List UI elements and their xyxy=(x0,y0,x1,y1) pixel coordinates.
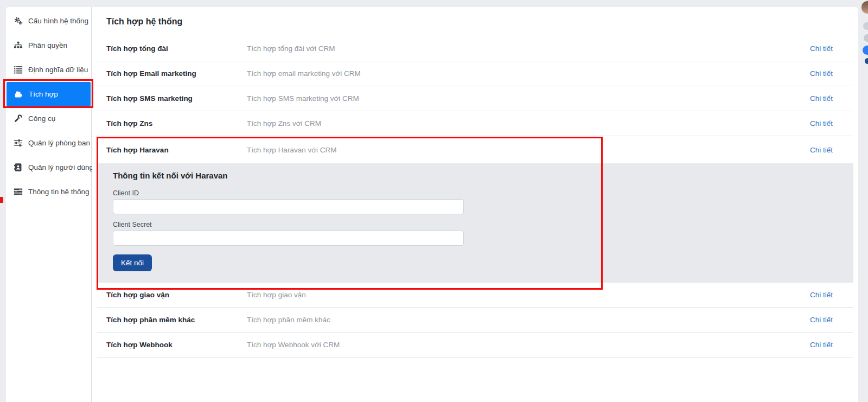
integration-name: Tích hợp SMS marketing xyxy=(106,94,247,103)
client-id-label: Client ID xyxy=(113,189,139,197)
panel-title: Thông tin kết nối với Haravan xyxy=(113,171,228,180)
address-book-icon xyxy=(14,163,23,172)
puzzle-icon xyxy=(14,90,23,99)
sidebar-item-phan-quyen[interactable]: Phân quyền xyxy=(6,33,91,58)
integration-description: Tích hợp phần mềm khác xyxy=(247,316,810,324)
detail-link[interactable]: Chi tiết xyxy=(810,316,833,324)
page-title: Tích hợp hệ thống xyxy=(106,17,182,27)
integration-name: Tích hợp tổng đài xyxy=(106,44,247,53)
sidebar-item-label: Quản lý người dùng xyxy=(28,163,93,171)
detail-link[interactable]: Chi tiết xyxy=(810,341,833,349)
integration-row: Tích hợp giao vận Tích hợp giao vận Chi … xyxy=(97,283,853,308)
integration-description: Tích hợp giao vận xyxy=(247,291,810,299)
sidebar-item-label: Phân quyền xyxy=(28,41,67,49)
detail-link[interactable]: Chi tiết xyxy=(810,291,833,299)
integration-description: Tích hợp tổng đài với CRM xyxy=(247,44,810,53)
clipped-gray-icon-2[interactable] xyxy=(864,34,868,42)
integration-name: Tích hợp giao vận xyxy=(106,291,247,299)
wrench-icon xyxy=(14,114,23,123)
sidebar-item-quan-ly-phong-ban[interactable]: Quản lý phòng ban xyxy=(6,131,91,155)
integration-row: Tích hợp phần mềm khác Tích hợp phần mềm… xyxy=(97,308,853,333)
haravan-connection-panel: Thông tin kết nối với Haravan Client ID … xyxy=(97,163,853,283)
card-header: Tích hợp hệ thống xyxy=(92,7,858,36)
sitemap-icon xyxy=(14,41,23,50)
sidebar-item-label: Cấu hình hệ thống xyxy=(28,17,88,25)
client-secret-label: Client Secret xyxy=(113,221,152,228)
system-info-icon xyxy=(14,187,23,196)
sidebar-item-cau-hinh-he-thong[interactable]: Cấu hình hệ thống xyxy=(6,9,91,33)
integration-row: Tích hợp Email marketing Tích hợp email … xyxy=(97,61,853,86)
detail-link[interactable]: Chi tiết xyxy=(810,69,833,78)
detail-link[interactable]: Chi tiết xyxy=(810,119,833,127)
clipped-gray-icon-1[interactable] xyxy=(863,22,868,30)
sidebar-item-thong-tin-he-thong[interactable]: Thông tin hệ thống xyxy=(6,180,91,204)
gears-icon xyxy=(14,16,23,25)
integration-list: Tích hợp tổng đài Tích hợp tổng đài với … xyxy=(97,36,853,358)
integration-description: Tích hợp Webhook với CRM xyxy=(247,341,810,349)
detail-link[interactable]: Chi tiết xyxy=(810,44,833,53)
sliders-icon xyxy=(14,138,23,148)
clipped-blue-circle-icon[interactable] xyxy=(863,46,868,55)
integration-description: Tích hợp SMS marketing với CRM xyxy=(247,94,810,103)
app-window: Cấu hình hệ thống Phân quyền Định nghĩa … xyxy=(0,0,868,402)
sidebar-item-label: Quản lý phòng ban xyxy=(28,139,90,147)
sidebar-item-quan-ly-nguoi-dung[interactable]: Quản lý người dùng xyxy=(6,155,91,180)
integration-name: Tích hợp Email marketing xyxy=(106,69,247,78)
sidebar-nav: Cấu hình hệ thống Phân quyền Định nghĩa … xyxy=(6,7,92,402)
sidebar-item-tich-hop[interactable]: Tích hợp xyxy=(7,82,91,106)
integration-name: Tích hợp Zns xyxy=(106,119,247,127)
integration-description: Tích hợp Zns với CRM xyxy=(247,119,810,127)
detail-link[interactable]: Chi tiết xyxy=(810,146,833,154)
integration-row: Tích hợp Zns Tích hợp Zns với CRM Chi ti… xyxy=(97,111,853,136)
main-content: Tích hợp hệ thống Tích hợp tổng đài Tích… xyxy=(92,7,858,402)
annotation-red-marker xyxy=(0,197,3,203)
integration-row: Tích hợp Webhook Tích hợp Webhook với CR… xyxy=(97,333,853,358)
client-id-input[interactable] xyxy=(113,199,464,214)
integration-row: Tích hợp tổng đài Tích hợp tổng đài với … xyxy=(97,36,853,61)
integration-row: Tích hợp SMS marketing Tích hợp SMS mark… xyxy=(97,86,853,111)
sidebar-item-label: Thông tin hệ thống xyxy=(28,188,90,196)
client-secret-input[interactable] xyxy=(113,231,464,246)
sidebar-item-label: Định nghĩa dữ liệu xyxy=(28,66,88,74)
integration-name: Tích hợp phần mềm khác xyxy=(106,316,247,324)
detail-link[interactable]: Chi tiết xyxy=(810,94,833,103)
sidebar-item-cong-cu[interactable]: Công cụ xyxy=(6,106,91,131)
integration-name: Tích hợp Webhook xyxy=(106,341,247,349)
integration-name: Tích hợp Haravan xyxy=(106,146,247,154)
sidebar-item-dinh-nghia-du-lieu[interactable]: Định nghĩa dữ liệu xyxy=(6,58,91,82)
connect-button[interactable]: Kết nối xyxy=(113,254,152,271)
integration-row: Tích hợp Haravan Tích hợp Haravan với CR… xyxy=(97,136,853,163)
integration-description: Tích hợp email marketing với CRM xyxy=(247,69,810,78)
clipped-navy-icon[interactable] xyxy=(865,58,868,64)
sidebar-item-label: Công cụ xyxy=(28,114,55,123)
list-icon xyxy=(14,65,23,74)
sidebar-item-label: Tích hợp xyxy=(29,90,58,98)
integration-description: Tích hợp Haravan với CRM xyxy=(247,146,810,154)
